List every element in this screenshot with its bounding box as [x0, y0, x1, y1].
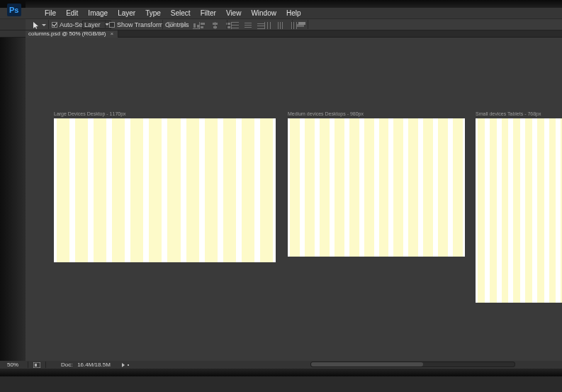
window-bottom-shade	[0, 369, 562, 376]
status-doc-label: Doc:	[61, 362, 72, 368]
tool-preset-dropdown-icon[interactable]	[41, 23, 46, 28]
menu-image[interactable]: Image	[83, 9, 113, 17]
columns-small	[476, 118, 562, 303]
status-bar: 50% Doc: 16.4M/18.5M •	[0, 361, 562, 369]
align-left-icon[interactable]	[199, 22, 206, 29]
document-tabbar: columns.psd @ 50% (RGB/8#) ×	[0, 30, 562, 38]
menu-select[interactable]: Select	[166, 9, 196, 17]
dist-hcenter-icon[interactable]	[277, 22, 284, 29]
photoshop-logo-icon: Ps	[7, 4, 21, 16]
artboard-label-large[interactable]: Large Devices Desktop - 1170px	[54, 111, 126, 116]
align-hcenter-icon[interactable]	[212, 22, 219, 29]
menu-view[interactable]: View	[221, 9, 247, 17]
auto-select-checkbox[interactable]	[52, 22, 57, 28]
artboard-label-medium[interactable]: Medium devices Desktops - 980px	[288, 111, 364, 116]
artboard-medium[interactable]	[288, 118, 465, 257]
close-icon[interactable]: ×	[111, 30, 114, 37]
menu-window[interactable]: Window	[246, 9, 281, 17]
canvas[interactable]: Large Devices Desktop - 1170px Medium de…	[0, 38, 562, 376]
show-transform-checkbox[interactable]	[109, 22, 115, 28]
menu-filter[interactable]: Filter	[196, 9, 221, 17]
artboard-label-small[interactable]: Small devices Tablets - 768px	[476, 111, 541, 116]
status-play-icon[interactable]	[122, 363, 125, 367]
dist-vcenter-icon[interactable]	[245, 22, 252, 29]
status-zoom[interactable]: 50%	[0, 362, 26, 368]
window-top-shade	[0, 0, 562, 8]
horizontal-scrollbar[interactable]	[310, 362, 515, 367]
artboard-large[interactable]	[54, 118, 276, 262]
align-vcenter-icon[interactable]	[180, 22, 187, 29]
document-tab[interactable]: columns.psd @ 50% (RGB/8#) ×	[26, 30, 118, 38]
options-bar: Auto-Select: Layer Show Transform Contro…	[0, 18, 562, 30]
move-tool-icon[interactable]	[33, 22, 40, 30]
menu-file[interactable]: File	[40, 9, 61, 17]
auto-select-target-dropdown[interactable]: Layer	[82, 21, 111, 29]
horizontal-scrollbar-thumb[interactable]	[311, 362, 423, 366]
status-doc-size: 16.4M/18.5M	[77, 362, 111, 368]
dist-left-icon[interactable]	[264, 22, 271, 29]
svg-text:Ps: Ps	[9, 6, 18, 14]
menubar: Ps File Edit Image Layer Type Select Fil…	[0, 8, 562, 18]
columns-large	[54, 118, 276, 262]
status-play-more-icon[interactable]: •	[128, 362, 129, 367]
menu-type[interactable]: Type	[140, 9, 166, 17]
align-top-icon[interactable]	[167, 22, 174, 29]
artboard-small[interactable]	[476, 118, 562, 303]
align-right-icon[interactable]	[225, 22, 232, 29]
tab-filename: columns.psd	[28, 30, 60, 37]
columns-medium	[288, 118, 465, 257]
tab-mode: (RGB/8#)	[82, 30, 106, 37]
menu-edit[interactable]: Edit	[61, 9, 83, 17]
tab-zoom: 50%	[69, 30, 81, 37]
dist-top-icon[interactable]	[232, 22, 239, 29]
menu-help[interactable]: Help	[281, 9, 306, 17]
menu-layer[interactable]: Layer	[113, 9, 140, 17]
svg-marker-2	[33, 22, 38, 29]
svg-rect-4	[35, 364, 37, 366]
3d-mode-icon[interactable]	[297, 22, 304, 29]
status-preview-icon[interactable]	[30, 362, 43, 368]
auto-select-target-value: Layer	[84, 21, 101, 28]
dist-bottom-icon[interactable]	[257, 22, 264, 29]
dist-right-icon[interactable]	[290, 22, 297, 29]
